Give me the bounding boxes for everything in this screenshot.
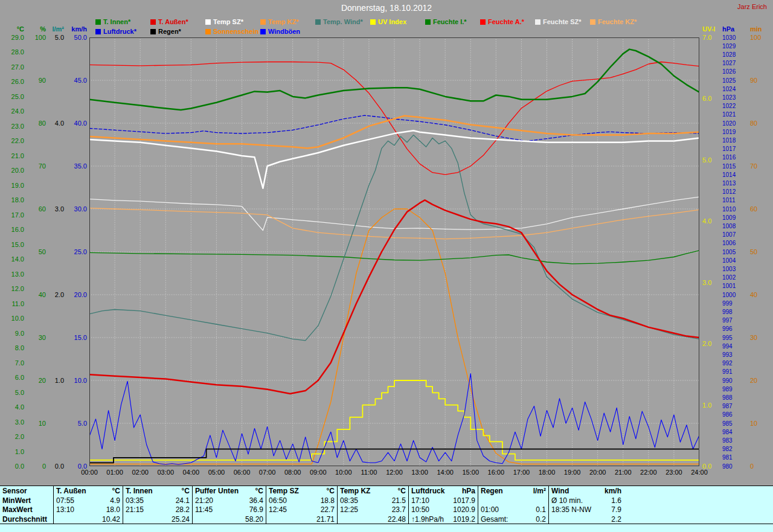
legend-label: Sonnenschein xyxy=(213,28,258,35)
axis-tick-hpa: 983 xyxy=(722,437,742,444)
axis-tick-hpa: 980 xyxy=(722,463,742,470)
stats-max-time: 13:10 xyxy=(56,505,74,514)
x-axis-tick: 16:00 xyxy=(484,469,508,476)
chart-plot xyxy=(89,37,699,466)
axis-tick-pct: 30 xyxy=(28,334,46,341)
legend-row-1: T. Innen*T. Außen*Temp SZ*Temp KZ*Temp. … xyxy=(95,18,645,25)
legend-item-feuchte-a: Feuchte A.* xyxy=(480,18,535,25)
legend-swatch-windboeen xyxy=(260,29,266,34)
table-row: T. Außen°C xyxy=(54,486,123,496)
table-row: 17:101017.9 xyxy=(409,496,478,505)
axis-tick-hpa: 1029 xyxy=(722,43,742,50)
table-row: Temp SZ°C xyxy=(266,486,337,496)
axis-tick-uv: 6.0 xyxy=(702,95,722,102)
axis-tick-c: 14.0 xyxy=(2,255,24,263)
legend-label: Feuchte SZ* xyxy=(543,18,582,25)
stats-col-header: Luftdruck xyxy=(411,487,444,495)
axis-tick-pct: 80 xyxy=(28,120,46,127)
axis-tick-hpa: 1008 xyxy=(722,223,742,229)
stats-max-time: 18:35 N-NW xyxy=(551,505,591,514)
axis-tick-c: 20.0 xyxy=(2,167,24,174)
legend-swatch-temp-kz xyxy=(260,19,266,25)
stats-row-label: Sensor xyxy=(2,487,27,495)
table-row: MaxWert xyxy=(0,505,53,515)
table-row: Windkm/h xyxy=(549,486,624,496)
axis-tick-c: 16.0 xyxy=(2,226,24,233)
axis-tick-min: 50 xyxy=(750,248,768,255)
axis-tick-pct: 20 xyxy=(28,377,46,384)
table-row: 21:2036.4 xyxy=(193,496,266,505)
axis-tick-kmh: 35.0 xyxy=(64,162,87,170)
legend-item-feuchte-i: Feuchte I.* xyxy=(425,18,480,25)
legend-item-regen: Regen* xyxy=(150,28,205,35)
legend-item-temp-wind: Temp. Wind* xyxy=(315,18,370,25)
legend-swatch-luftdruck xyxy=(95,29,101,34)
legend-item-t-innen: T. Innen* xyxy=(95,18,150,25)
axis-tick-hpa: 991 xyxy=(722,368,742,375)
stats-avg-value: 10.42 xyxy=(102,515,120,524)
stats-max-value: 76.9 xyxy=(249,505,263,514)
legend-item-feuchte-kz: Feuchte KZ* xyxy=(590,18,645,25)
table-row: 21.71 xyxy=(266,514,337,524)
x-axis-tick: 19:00 xyxy=(560,469,585,476)
legend-swatch-t-innen xyxy=(95,19,101,25)
stats-max-time: 10:50 xyxy=(411,505,429,514)
axis-tick-hpa: 1016 xyxy=(722,154,742,161)
axis-tick-c: 2.0 xyxy=(2,433,24,440)
axis-tick-hpa: 1026 xyxy=(722,68,742,75)
stats-col-header: Temp KZ xyxy=(340,487,370,495)
stats-avg-value: 58.20 xyxy=(245,515,263,524)
stats-row-label: MaxWert xyxy=(2,505,33,514)
axis-tick-kmh: 25.0 xyxy=(64,248,87,255)
axis-tick-hpa: 1012 xyxy=(722,188,742,195)
axis-tick-min: 90 xyxy=(750,77,768,84)
axis-tick-pct: 0 xyxy=(28,463,46,470)
axis-tick-lm2: 5.0 xyxy=(48,34,64,41)
stats-min-value: 21.5 xyxy=(392,496,406,505)
legend-label: T. Innen* xyxy=(103,18,130,25)
axis-tick-hpa: 1028 xyxy=(722,51,742,58)
axis-tick-hpa: 1025 xyxy=(722,77,742,84)
axis-tick-hpa: 996 xyxy=(722,325,742,332)
stats-row-label: MinWert xyxy=(2,496,31,505)
axis-tick-uv: 7.0 xyxy=(702,34,722,41)
axis-tick-hpa: 1014 xyxy=(722,171,742,178)
legend-label: Temp SZ* xyxy=(213,18,243,25)
legend-label: Windböen xyxy=(268,28,300,35)
stats-max-time: 12:25 xyxy=(340,505,358,514)
table-row: Temp KZ°C xyxy=(338,486,408,496)
stats-max-value: 18.0 xyxy=(106,505,120,514)
stats-avg-label: Gesamt: xyxy=(481,515,508,524)
stats-col-puffer-unten: Puffer Unten°C 21:2036.4 11:4576.9 58.20 xyxy=(192,486,266,524)
axis-tick-hpa: 1007 xyxy=(722,231,742,238)
legend-swatch-temp-sz xyxy=(205,19,211,25)
axis-tick-hpa: 988 xyxy=(722,394,742,401)
axis-tick-hpa: 1019 xyxy=(722,129,742,135)
axis-tick-kmh: 5.0 xyxy=(64,420,87,427)
table-row: 2.2 xyxy=(549,514,624,524)
table-row: Durchschnitt xyxy=(0,514,53,524)
stats-max-value: 1020.9 xyxy=(453,505,475,514)
legend-label: T. Außen* xyxy=(158,18,188,25)
stats-col-t-innen: T. Innen°C 03:3524.1 21:1528.2 25.24 xyxy=(123,486,192,524)
stats-min-value: 24.1 xyxy=(176,496,190,505)
stats-max-value: 23.7 xyxy=(392,505,406,514)
table-row: 08:3521.5 xyxy=(338,496,408,505)
axis-tick-c: 21.0 xyxy=(2,152,24,159)
legend-label: Regen* xyxy=(158,28,181,35)
table-row: Puffer Unten°C xyxy=(193,486,266,496)
axis-tick-c: 18.0 xyxy=(2,196,24,204)
axis-tick-hpa: 999 xyxy=(722,300,742,307)
axis-tick-c: 5.0 xyxy=(2,389,24,396)
x-axis-tick: 13:00 xyxy=(408,469,432,476)
x-axis-tick: 01:00 xyxy=(103,469,127,476)
stats-col-regen: Regenl/m² 01:000.1 Gesamt:0.2 xyxy=(478,486,548,524)
stats-col-t-aussen: T. Außen°C 07:554.9 13:1018.0 10.42 xyxy=(53,486,123,524)
stats-max-time: 12:45 xyxy=(269,505,287,514)
stats-col-luftdruck: LuftdruckhPa 17:101017.9 10:501020.9 ↑1.… xyxy=(408,486,478,524)
legend-label: Feuchte I.* xyxy=(433,18,467,25)
axis-tick-c: 4.0 xyxy=(2,403,24,411)
axis-tick-pct: 10 xyxy=(28,420,46,427)
stats-col-unit: l/m² xyxy=(533,487,546,495)
axis-tick-hpa: 992 xyxy=(722,360,742,367)
